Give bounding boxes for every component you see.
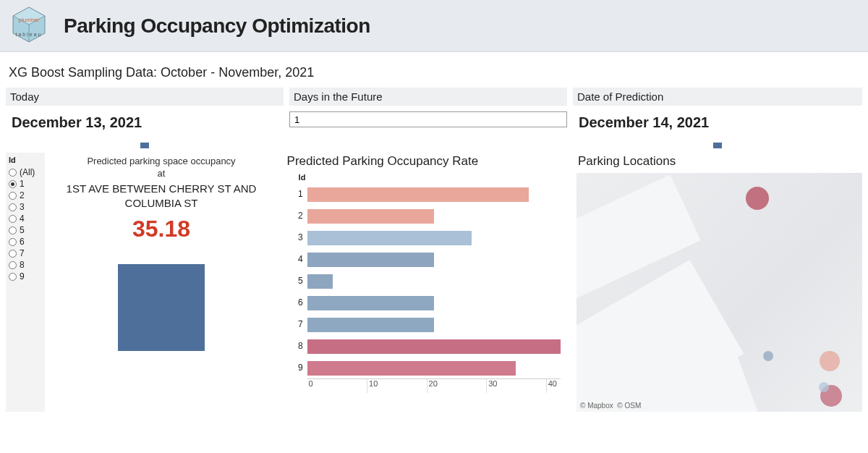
bar-row: 8	[286, 335, 561, 357]
id-filter-option-label: 8	[20, 260, 25, 270]
id-filter-option[interactable]: 2	[9, 190, 42, 200]
bar[interactable]	[307, 318, 434, 332]
bar[interactable]	[307, 187, 529, 202]
radio-icon	[9, 180, 17, 188]
bar-category-label: 8	[286, 341, 307, 351]
id-filter-option[interactable]: 9	[9, 271, 42, 281]
bar-row: 9	[286, 357, 561, 378]
id-filter-option[interactable]: 8	[9, 260, 42, 270]
id-filter-option-label: 3	[20, 202, 25, 212]
id-filter-option[interactable]: (All)	[9, 167, 42, 177]
days-label: Days in the Future	[289, 88, 567, 106]
id-filter-heading: Id	[9, 156, 42, 164]
map-location-dot[interactable]	[763, 351, 773, 361]
axis-tick: 10	[367, 379, 427, 393]
bar-category-label: 4	[286, 254, 307, 264]
bar-row: 6	[286, 292, 561, 313]
axis-tick: 30	[486, 379, 546, 393]
radio-icon	[9, 215, 17, 223]
map-attribution: © Mapbox © OSM	[580, 402, 641, 410]
bar-row: 5	[286, 270, 561, 292]
id-filter-option-label: 1	[20, 179, 25, 189]
parking-locations-map[interactable]: © Mapbox © OSM	[576, 173, 862, 412]
today-date: December 13, 2021	[6, 111, 284, 138]
bar[interactable]	[307, 253, 434, 267]
id-filter-option[interactable]: 5	[9, 225, 42, 235]
radio-icon	[9, 192, 17, 200]
bar[interactable]	[307, 339, 561, 354]
id-filter-panel: Id (All)123456789	[6, 153, 45, 412]
id-filter-option[interactable]: 4	[9, 213, 42, 224]
id-filter-option[interactable]: 6	[9, 237, 42, 247]
bar-category-label: 7	[286, 319, 307, 329]
radio-icon	[9, 203, 17, 211]
bar[interactable]	[307, 231, 472, 245]
page-title: Parking Occupancy Optimization	[64, 14, 370, 38]
bar-row: 1	[286, 183, 561, 205]
radio-icon	[9, 169, 17, 177]
radio-icon	[9, 238, 17, 246]
occupancy-square-viz	[118, 264, 205, 351]
radio-icon	[9, 226, 17, 234]
subtitle: XG Boost Sampling Data: October - Novemb…	[0, 52, 868, 88]
spotlight-value: 35.18	[45, 216, 278, 242]
id-filter-option[interactable]: 1	[9, 179, 42, 189]
spotlight-subhead: Predicted parking space occupancy	[45, 156, 278, 166]
id-filter-option-label: 4	[20, 213, 25, 224]
bar-category-label: 3	[286, 232, 307, 242]
chart-y-axis-label: Id	[286, 173, 571, 182]
id-filter-option-label: 6	[20, 237, 25, 247]
map-title: Parking Locations	[576, 153, 862, 173]
axis-tick: 20	[427, 379, 487, 393]
prediction-date: December 14, 2021	[573, 111, 862, 138]
id-filter-option-label: 2	[20, 190, 25, 200]
bar-row: 2	[286, 205, 561, 226]
bar-category-label: 9	[286, 363, 307, 373]
bar[interactable]	[307, 209, 434, 224]
bar-category-label: 5	[286, 276, 307, 286]
legend-swatch-prediction	[713, 143, 722, 148]
radio-icon	[9, 273, 17, 281]
legend-swatch-today	[140, 143, 149, 148]
bar[interactable]	[307, 274, 333, 289]
map-location-dot[interactable]	[746, 187, 769, 210]
radio-icon	[9, 261, 17, 269]
header-bar: plumber tableau Parking Occupancy Optimi…	[0, 0, 868, 52]
map-location-dot[interactable]	[820, 351, 840, 371]
bar-row: 4	[286, 248, 561, 270]
bar-category-label: 6	[286, 297, 307, 308]
map-location-dot[interactable]	[819, 382, 829, 392]
prediction-label: Date of Prediction	[573, 88, 862, 106]
id-filter-option[interactable]: 3	[9, 202, 42, 212]
logo-icon: plumber tableau	[7, 6, 51, 46]
axis-tick: 40	[546, 379, 561, 393]
radio-icon	[9, 250, 17, 258]
bar-category-label: 1	[286, 189, 307, 199]
id-filter-option[interactable]: 7	[9, 248, 42, 258]
svg-text:tableau: tableau	[16, 32, 43, 37]
spotlight-location: 1ST AVE BETWEEN CHERRY ST AND COLUMBIA S…	[60, 182, 263, 211]
spotlight-at: at	[45, 168, 278, 179]
occupancy-bar-chart: 123456789010203040	[286, 183, 561, 407]
svg-text:plumber: plumber	[19, 17, 40, 23]
id-filter-option-label: (All)	[20, 167, 35, 177]
bar-row: 3	[286, 226, 561, 248]
bar[interactable]	[307, 361, 516, 376]
id-filter-option-label: 5	[20, 225, 25, 235]
days-in-future-input[interactable]	[289, 111, 567, 127]
axis-tick: 0	[307, 379, 367, 393]
x-axis: 010203040	[307, 378, 561, 393]
id-filter-option-label: 9	[20, 271, 25, 281]
bar[interactable]	[307, 296, 434, 310]
bar-category-label: 2	[286, 211, 307, 221]
id-filter-option-label: 7	[20, 248, 25, 258]
today-label: Today	[6, 88, 284, 106]
bar-row: 7	[286, 313, 561, 335]
chart-title: Predicted Parking Occupancy Rate	[286, 153, 571, 173]
